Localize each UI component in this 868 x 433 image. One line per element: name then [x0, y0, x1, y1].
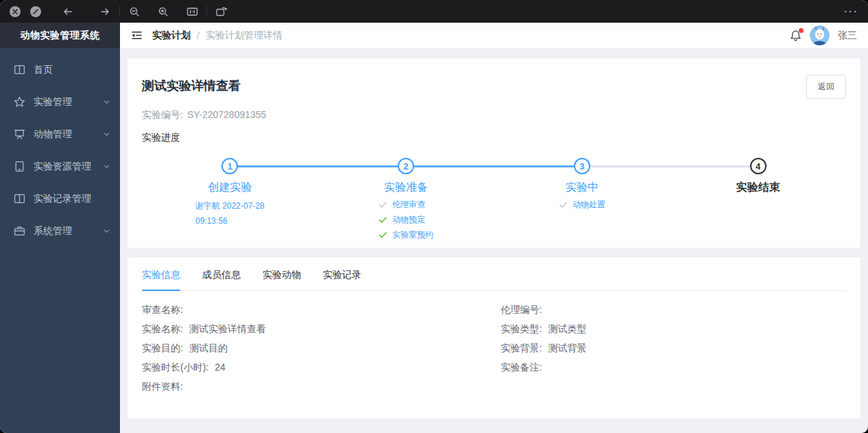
titlebar-divider	[119, 6, 120, 17]
field-label: 实验备注:	[501, 362, 542, 373]
open-book-icon	[14, 193, 25, 204]
content-area: 测试实验详情查看 返回 实验编号:SY-220728091355 实验进度	[120, 48, 868, 433]
field-value: 24	[215, 362, 226, 373]
field-experiment-type: 实验类型:测试类型	[501, 324, 847, 333]
field-experiment-background: 实验背景:测试背景	[501, 343, 847, 353]
sidebar-item-record-mgmt[interactable]: 实验记录管理	[0, 183, 120, 215]
notification-bell-icon[interactable]	[790, 30, 801, 42]
breadcrumb-current: 实验计划管理详情	[206, 30, 282, 42]
detail-card: 测试实验详情查看 返回 实验编号:SY-220728091355 实验进度	[128, 58, 860, 248]
step-number-circle: 4	[750, 158, 767, 174]
field-value: 测试背景	[548, 342, 586, 353]
step-number-circle: 2	[398, 158, 414, 174]
sidebar-item-label: 实验资源管理	[34, 161, 91, 173]
step-experiment-running: 3 实验中 动物处置	[494, 158, 671, 241]
sidebar-item-label: 首页	[34, 64, 53, 76]
field-experiment-duration: 实验时长(小时):24	[142, 362, 487, 372]
step-note: 谢宇航 2022-07-28 09:13:56	[195, 199, 265, 229]
chevron-down-icon	[103, 163, 110, 170]
check-item: 伦理审查	[378, 199, 425, 211]
experiment-code-label: 实验编号:	[142, 109, 183, 120]
sidebar-fold-icon[interactable]	[131, 30, 143, 40]
back-button[interactable]: 返回	[806, 75, 846, 99]
experiment-progress-steps: 1 创建实验 谢宇航 2022-07-28 09:13:56 2 实验准备	[142, 158, 846, 241]
step-experiment-finish: 4 实验结束	[670, 158, 846, 241]
check-label: 动物处置	[572, 199, 605, 211]
tablet-icon	[14, 161, 25, 172]
user-name[interactable]: 张三	[838, 30, 857, 42]
experiment-code-value: SY-220728091355	[187, 109, 267, 120]
field-experiment-purpose: 实验目的:测试目的	[142, 343, 487, 353]
field-label: 审查名称:	[142, 304, 183, 315]
breadcrumb-parent[interactable]: 实验计划	[152, 30, 191, 42]
step-number-circle: 3	[574, 158, 590, 174]
breadcrumb-separator: /	[197, 30, 200, 41]
field-label: 实验背景:	[501, 342, 542, 353]
detail-tabs: 实验信息 成员信息 实验动物 实验记录	[142, 269, 846, 291]
step-note-line: 谢宇航 2022-07-28	[195, 199, 265, 214]
field-label: 实验目的:	[142, 342, 183, 353]
sidebar-item-resource-mgmt[interactable]: 实验资源管理	[0, 150, 120, 183]
check-item: 动物预定	[378, 214, 425, 226]
step-title: 实验结束	[736, 180, 780, 195]
back-arrow-icon[interactable]	[60, 4, 75, 19]
sidebar-item-label: 实验管理	[34, 96, 72, 108]
check-item: 实验室预约	[378, 229, 433, 241]
chevron-down-icon	[103, 227, 110, 235]
progress-section-label: 实验进度	[142, 132, 846, 144]
sidebar-menu: 首页 实验管理 动物管理	[0, 48, 120, 247]
tab-experiment-record[interactable]: 实验记录	[323, 269, 361, 290]
check-icon	[559, 200, 568, 209]
zoom-in-icon[interactable]	[156, 4, 171, 19]
chevron-down-icon	[103, 130, 110, 138]
field-label: 伦理编号:	[501, 304, 542, 315]
field-value: 测试实验详情查看	[189, 323, 266, 334]
check-label: 伦理审查	[392, 199, 425, 211]
notification-badge	[799, 28, 804, 33]
slash-circle-icon[interactable]	[30, 6, 41, 17]
page-header: 实验计划 / 实验计划管理详情	[120, 23, 868, 48]
step-title: 实验中	[566, 180, 599, 195]
tab-experiment-animal[interactable]: 实验动物	[263, 269, 301, 290]
close-icon[interactable]	[10, 6, 21, 17]
app-window: ··· 动物实验管理系统 首页 实验管理	[0, 0, 868, 433]
field-attachments: 附件资料:	[142, 382, 487, 391]
field-experiment-name: 实验名称:测试实验详情查看	[142, 324, 487, 333]
field-label: 实验名称:	[142, 323, 183, 334]
experiment-code: 实验编号:SY-220728091355	[142, 109, 846, 121]
info-right-column: 伦理编号: 实验类型:测试类型 实验背景:测试背景 实验备注:	[501, 305, 847, 401]
step-note-line: 09:13:56	[195, 214, 265, 229]
titlebar-divider	[206, 6, 207, 17]
star-icon	[14, 96, 25, 108]
rotate-screen-icon[interactable]	[214, 4, 229, 19]
step-create-experiment: 1 创建实验 谢宇航 2022-07-28 09:13:56	[142, 158, 318, 241]
check-icon	[378, 215, 387, 224]
breadcrumb: 实验计划 / 实验计划管理详情	[152, 30, 282, 42]
field-label: 实验类型:	[501, 323, 542, 334]
zoom-out-icon[interactable]	[127, 4, 142, 19]
tab-experiment-info[interactable]: 实验信息	[142, 269, 180, 290]
avatar[interactable]	[810, 25, 830, 45]
sidebar-item-label: 实验记录管理	[34, 193, 91, 205]
sidebar-item-home[interactable]: 首页	[0, 54, 120, 86]
sidebar-item-experiment-mgmt[interactable]: 实验管理	[0, 86, 120, 118]
app-title: 动物实验管理系统	[0, 23, 120, 48]
more-options-icon[interactable]: ···	[844, 5, 858, 17]
step-title: 创建实验	[208, 180, 252, 195]
emulator-titlebar: ···	[0, 0, 868, 23]
field-value: 测试目的	[189, 342, 228, 353]
actual-size-icon[interactable]	[184, 4, 200, 19]
info-left-column: 审查名称: 实验名称:测试实验详情查看 实验目的:测试目的 实验时长(小时):2…	[142, 305, 487, 401]
field-label: 附件资料:	[142, 381, 183, 392]
check-icon	[378, 231, 387, 239]
field-label: 实验时长(小时):	[142, 362, 208, 373]
sidebar-item-label: 动物管理	[34, 128, 72, 141]
sidebar-item-animal-mgmt[interactable]: 动物管理	[0, 118, 120, 150]
sidebar: 动物实验管理系统 首页 实验管理	[0, 23, 120, 433]
experiment-info-fields: 审查名称: 实验名称:测试实验详情查看 实验目的:测试目的 实验时长(小时):2…	[142, 305, 846, 401]
sidebar-item-system-mgmt[interactable]: 系统管理	[0, 215, 120, 247]
check-item: 动物处置	[559, 199, 605, 211]
forward-arrow-icon[interactable]	[97, 4, 112, 19]
tab-member-info[interactable]: 成员信息	[202, 269, 241, 290]
step-title: 实验准备	[384, 180, 428, 195]
